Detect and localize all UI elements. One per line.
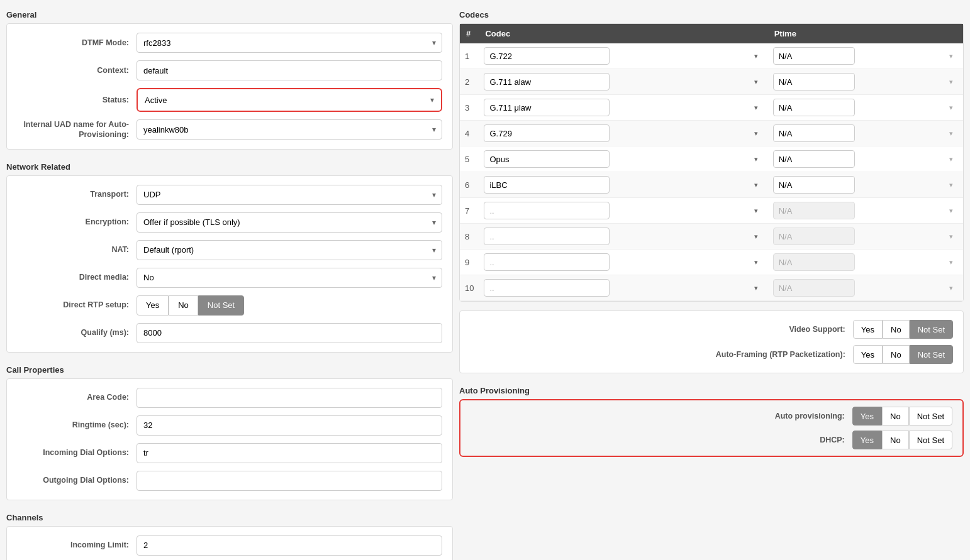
ptime-select[interactable]: N/A10203040: [773, 228, 855, 245]
direct-rtp-field: Yes No Not Set: [137, 295, 442, 316]
codec-select-cell: ..G.722G.711 alawG.711 μlawG.729OpusiLBC…: [479, 95, 767, 121]
incoming-limit-input[interactable]: [137, 535, 442, 556]
ptime-select[interactable]: N/A10203040: [773, 150, 855, 168]
context-label: Context:: [17, 65, 137, 75]
codec-select-cell: ..G.722G.711 alawG.711 μlawG.729OpusiLBC…: [479, 146, 767, 172]
ptime-select[interactable]: N/A10203040: [773, 47, 855, 65]
direct-rtp-notset-button[interactable]: Not Set: [198, 295, 244, 316]
direct-rtp-no-button[interactable]: No: [169, 295, 198, 316]
context-row: Context:: [17, 60, 442, 80]
ptime-select[interactable]: N/A10203040: [773, 253, 855, 271]
auto-provisioning-section: Auto provisioning: Yes No Not Set DHCP: …: [459, 399, 964, 457]
internal-uad-select-wrapper: yealinkw80b: [137, 119, 442, 140]
video-autoframing-section: Video Support: Yes No Not Set Auto-Frami…: [459, 310, 964, 373]
codec-select[interactable]: ..G.722G.711 alawG.711 μlawG.729OpusiLBC…: [484, 253, 610, 271]
outgoing-dial-row: Outgoing Dial Options:: [17, 471, 442, 491]
outgoing-dial-field: [137, 471, 442, 491]
auto-prov-section-title: Auto Provisioning: [459, 382, 964, 399]
codec-select-wrapper: ..G.722G.711 alawG.711 μlawG.729OpusiLBC…: [484, 279, 762, 297]
ptime-select-cell: N/A10203040: [768, 43, 963, 69]
ptime-select-cell: N/A10203040: [768, 95, 963, 121]
video-support-row: Video Support: Yes No Not Set: [470, 320, 953, 339]
codec-select[interactable]: ..G.722G.711 alawG.711 μlawG.729OpusiLBC…: [484, 279, 610, 297]
outgoing-dial-label: Outgoing Dial Options:: [17, 475, 137, 485]
status-select[interactable]: Active Inactive Disabled: [138, 90, 440, 110]
direct-media-label: Direct media:: [17, 272, 137, 282]
codec-select[interactable]: ..G.722G.711 alawG.711 μlawG.729OpusiLBC…: [484, 99, 610, 116]
incoming-dial-label: Incoming Dial Options:: [17, 447, 137, 458]
codec-select-cell: ..G.722G.711 alawG.711 μlawG.729OpusiLBC…: [479, 43, 767, 69]
codec-select[interactable]: ..G.722G.711 alawG.711 μlawG.729OpusiLBC…: [484, 176, 610, 194]
incoming-dial-input[interactable]: [137, 443, 442, 463]
auto-framing-btn-group: Yes No Not Set: [853, 345, 953, 364]
codec-select[interactable]: ..G.722G.711 alawG.711 μlawG.729OpusiLBC…: [484, 73, 610, 91]
ringtime-row: Ringtime (sec):: [17, 415, 442, 436]
dhcp-notset-button[interactable]: Not Set: [909, 431, 952, 449]
codec-select[interactable]: ..G.722G.711 alawG.711 μlawG.729OpusiLBC…: [484, 202, 610, 219]
status-select-wrapper: Active Inactive Disabled: [138, 90, 440, 110]
table-row: 9..G.722G.711 alawG.711 μlawG.729OpusiLB…: [460, 250, 963, 275]
area-code-row: Area Code:: [17, 388, 442, 408]
nat-label: NAT:: [17, 244, 137, 255]
transport-label: Transport:: [17, 189, 137, 199]
status-row: Status: Active Inactive Disabled: [17, 88, 442, 112]
table-row: 10..G.722G.711 alawG.711 μlawG.729OpusiL…: [460, 275, 963, 301]
ptime-select[interactable]: N/A10203040: [773, 73, 855, 91]
auto-framing-yes-button[interactable]: Yes: [853, 345, 883, 364]
internal-uad-label: Internal UAD name for Auto-Provisioning:: [17, 119, 137, 140]
status-label: Status:: [17, 95, 137, 105]
auto-framing-no-button[interactable]: No: [883, 345, 910, 364]
dhcp-row: DHCP: Yes No Not Set: [471, 431, 952, 449]
codec-select[interactable]: ..G.722G.711 alawG.711 μlawG.729OpusiLBC…: [484, 124, 610, 142]
ptime-select[interactable]: N/A10203040: [773, 99, 855, 116]
codecs-header-row: # Codec Ptime: [460, 24, 963, 43]
qualify-input[interactable]: [137, 323, 442, 343]
dhcp-no-button[interactable]: No: [882, 431, 909, 449]
ptime-select-wrapper: N/A10203040: [773, 228, 958, 245]
ptime-select-wrapper: N/A10203040: [773, 176, 958, 194]
table-row: 4..G.722G.711 alawG.711 μlawG.729OpusiLB…: [460, 121, 963, 146]
transport-select[interactable]: UDP TCP TLS: [137, 185, 442, 205]
table-row: 2..G.722G.711 alawG.711 μlawG.729OpusiLB…: [460, 69, 963, 95]
internal-uad-select[interactable]: yealinkw80b: [137, 119, 442, 140]
codec-select[interactable]: ..G.722G.711 alawG.711 μlawG.729OpusiLBC…: [484, 228, 610, 245]
video-support-btn-group: Yes No Not Set: [853, 320, 953, 339]
auto-prov-notset-button[interactable]: Not Set: [909, 407, 952, 425]
network-section: Transport: UDP TCP TLS Encryption:: [6, 175, 453, 353]
codec-select-wrapper: ..G.722G.711 alawG.711 μlawG.729OpusiLBC…: [484, 47, 762, 65]
auto-prov-yes-button[interactable]: Yes: [852, 407, 882, 425]
general-section: DTMF Mode: rfc2833 inband info auto Cont…: [6, 23, 453, 150]
ptime-select[interactable]: N/A10203040: [773, 124, 855, 142]
codec-select-cell: ..G.722G.711 alawG.711 μlawG.729OpusiLBC…: [479, 198, 767, 224]
codec-select-cell: ..G.722G.711 alawG.711 μlawG.729OpusiLBC…: [479, 224, 767, 250]
area-code-input[interactable]: [137, 388, 442, 408]
auto-prov-no-button[interactable]: No: [882, 407, 909, 425]
context-input[interactable]: [137, 60, 442, 80]
dtmf-mode-select[interactable]: rfc2833 inband info auto: [137, 33, 442, 53]
nat-select[interactable]: Default (rport) No Yes: [137, 240, 442, 260]
dhcp-label: DHCP:: [820, 436, 845, 444]
outgoing-dial-input[interactable]: [137, 471, 442, 491]
auto-framing-notset-button[interactable]: Not Set: [910, 345, 953, 364]
ptime-select[interactable]: N/A10203040: [773, 279, 855, 297]
codec-select[interactable]: ..G.722G.711 alawG.711 μlawG.729OpusiLBC…: [484, 150, 610, 168]
encryption-row: Encryption: Offer if possible (TLS only)…: [17, 212, 442, 233]
ptime-select[interactable]: N/A10203040: [773, 176, 855, 194]
direct-rtp-yes-button[interactable]: Yes: [137, 295, 169, 316]
direct-media-select[interactable]: No Yes: [137, 268, 442, 288]
ptime-select-cell: N/A10203040: [768, 275, 963, 301]
internal-uad-row: Internal UAD name for Auto-Provisioning:…: [17, 119, 442, 140]
dhcp-yes-button[interactable]: Yes: [852, 431, 882, 449]
video-support-yes-button[interactable]: Yes: [853, 320, 883, 339]
ptime-select[interactable]: N/A10203040: [773, 202, 855, 219]
codec-select[interactable]: ..G.722G.711 alawG.711 μlawG.729OpusiLBC…: [484, 47, 610, 65]
encryption-select[interactable]: Offer if possible (TLS only) No Yes: [137, 212, 442, 233]
codec-num-cell: 4: [460, 121, 479, 146]
direct-rtp-row: Direct RTP setup: Yes No Not Set: [17, 295, 442, 316]
ringtime-input[interactable]: [137, 415, 442, 436]
video-support-no-button[interactable]: No: [883, 320, 910, 339]
general-section-title: General: [6, 6, 453, 23]
video-support-notset-button[interactable]: Not Set: [910, 320, 953, 339]
dtmf-mode-row: DTMF Mode: rfc2833 inband info auto: [17, 33, 442, 53]
codecs-section-title: Codecs: [459, 6, 964, 23]
